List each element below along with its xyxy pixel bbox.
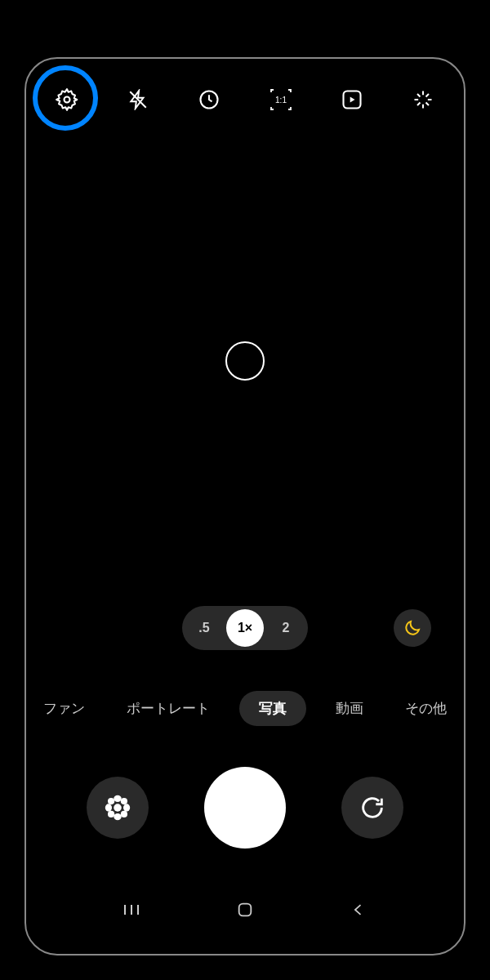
shutter-controls (26, 751, 464, 881)
night-mode-icon[interactable] (394, 609, 431, 647)
svg-point-12 (108, 811, 114, 817)
switch-camera-button[interactable] (341, 777, 403, 839)
mode-portrait[interactable]: ポートレート (115, 691, 221, 726)
settings-highlight-ring (33, 65, 98, 131)
svg-point-6 (114, 795, 122, 802)
svg-point-11 (121, 798, 127, 804)
mode-more[interactable]: その他 (394, 691, 458, 726)
back-button[interactable] (342, 898, 375, 922)
mode-video[interactable]: 動画 (324, 691, 375, 726)
motion-photo-icon[interactable] (336, 83, 368, 116)
mode-photo[interactable]: 写真 (239, 691, 306, 726)
home-button[interactable] (229, 898, 261, 922)
svg-rect-17 (239, 904, 252, 916)
recents-button[interactable] (115, 898, 148, 922)
svg-text:1:1: 1:1 (275, 96, 287, 105)
focus-indicator (225, 341, 265, 381)
zoom-2x[interactable]: 2 (267, 609, 305, 647)
svg-point-10 (108, 798, 114, 804)
effects-icon[interactable] (407, 83, 439, 116)
mode-fun[interactable]: ファン (32, 691, 96, 726)
svg-point-5 (114, 804, 122, 812)
android-nav-bar (26, 881, 464, 938)
flash-icon[interactable] (122, 83, 154, 116)
phone-frame: 1:1 .5 1× 2 ファン ポー (24, 57, 466, 956)
shutter-button[interactable] (204, 767, 286, 849)
zoom-selector: .5 1× 2 (182, 606, 308, 650)
svg-point-13 (121, 811, 127, 817)
mode-selector[interactable]: ファン ポートレート 写真 動画 その他 (26, 666, 464, 751)
svg-point-8 (105, 804, 112, 812)
zoom-row: .5 1× 2 (26, 590, 464, 666)
zoom-0-5x[interactable]: .5 (185, 609, 223, 647)
svg-point-7 (114, 813, 122, 820)
gallery-button[interactable] (87, 777, 149, 839)
viewfinder[interactable] (26, 132, 464, 590)
svg-point-9 (123, 804, 130, 812)
zoom-1x[interactable]: 1× (226, 609, 264, 647)
timer-icon[interactable] (193, 83, 225, 116)
ratio-icon[interactable]: 1:1 (265, 83, 297, 116)
